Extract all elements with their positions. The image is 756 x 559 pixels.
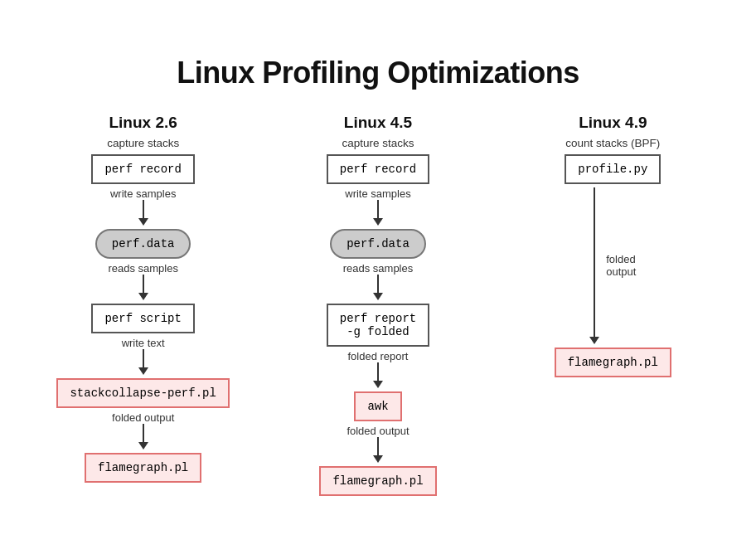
- col-linux45-heading: Linux 4.5: [344, 114, 412, 132]
- box-perf-record-45: perf record: [327, 154, 429, 184]
- box-profile-py-49: profile.py: [565, 154, 661, 184]
- box-perf-data-26: perf.data: [95, 229, 191, 259]
- arrow-folded-output-45: folded output: [274, 421, 482, 466]
- col-linux49-subtitle: count stacks (BPF): [565, 137, 660, 149]
- arrow-label-folded-output-45: folded output: [346, 425, 409, 437]
- arrow-reads-samples-26: reads samples: [40, 259, 247, 304]
- arrow-label-write-samples-26: write samples: [110, 187, 176, 200]
- arrow-down-26-4: [138, 424, 148, 450]
- col-linux26-subtitle: capture stacks: [107, 137, 179, 149]
- col-linux45-subtitle: capture stacks: [342, 137, 414, 149]
- arrow-down-26-3: [138, 349, 148, 375]
- folded-output-label-49: folded output: [606, 253, 636, 278]
- box-awk-45: awk: [354, 391, 401, 421]
- page-title: Linux Profiling Optimizations: [30, 56, 726, 90]
- arrow-label-write-samples-45: write samples: [345, 187, 410, 200]
- box-perf-record-26: perf record: [91, 154, 194, 184]
- arrow-down-26-2: [138, 275, 148, 300]
- arrow-write-samples-26: write samples: [40, 184, 247, 229]
- main-container: Linux Profiling Optimizations Linux 2.6 …: [13, 39, 743, 521]
- arrow-label-reads-samples-26: reads samples: [108, 262, 178, 275]
- arrow-down-45-4: [373, 437, 383, 463]
- box-flamegraph-49: flamegraph.pl: [555, 348, 671, 377]
- col-linux45: Linux 4.5 capture stacks perf record wri…: [274, 114, 482, 496]
- col-linux49: Linux 4.9 count stacks (BPF) profile.py …: [509, 114, 716, 377]
- arrow-reads-samples-45: reads samples: [274, 259, 482, 304]
- box-perf-report-45: perf report -g folded: [327, 304, 429, 347]
- long-arrow-49: [589, 187, 599, 344]
- arrow-label-reads-samples-45: reads samples: [343, 262, 414, 275]
- col-linux49-heading: Linux 4.9: [579, 114, 647, 132]
- box-perf-data-45: perf.data: [330, 229, 426, 259]
- arrow-write-samples-45: write samples: [274, 184, 482, 229]
- arrow-down-26-1: [138, 200, 148, 226]
- col-linux26: Linux 2.6 capture stacks perf record wri…: [40, 114, 247, 483]
- arrow-down-45-1: [373, 200, 383, 226]
- arrow-label-write-text-26: write text: [122, 337, 165, 349]
- arrow-folded-output-26: folded output: [40, 408, 247, 453]
- arrow-label-folded-report-45: folded report: [347, 350, 408, 362]
- arrow-folded-report-45: folded report: [274, 347, 482, 391]
- arrow-label-folded-output-26: folded output: [112, 411, 174, 424]
- box-flamegraph-26: flamegraph.pl: [85, 453, 201, 483]
- arrow-write-text-26: write text: [40, 333, 247, 378]
- arrow-folded-output-49: folded output: [589, 187, 636, 344]
- arrow-down-45-2: [373, 275, 383, 300]
- columns-layout: Linux 2.6 capture stacks perf record wri…: [30, 114, 726, 496]
- box-stackcollapse-26: stackcollapse-perf.pl: [56, 378, 229, 408]
- arrow-down-45-3: [373, 362, 383, 388]
- box-flamegraph-45: flamegraph.pl: [319, 466, 436, 496]
- col-linux26-heading: Linux 2.6: [109, 114, 177, 132]
- box-perf-script-26: perf script: [91, 304, 194, 333]
